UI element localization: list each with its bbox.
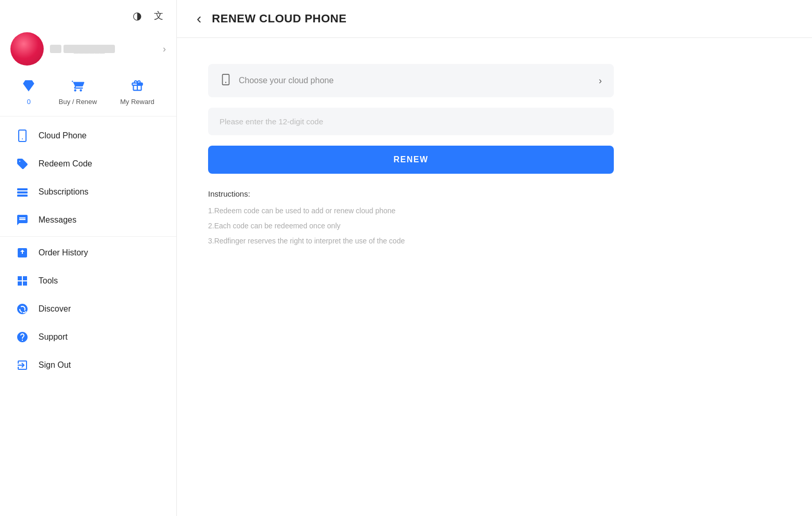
id-label: ID: [50,45,61,53]
sidebar-item-discover[interactable]: Discover [0,295,176,323]
diamond-value: 0 [27,98,31,106]
tools-label: Tools [38,276,58,286]
avatar [10,32,44,66]
phone-selector-chevron-icon: › [599,75,602,86]
profile-section: ID: ██████ › [0,28,176,74]
subscriptions-icon [16,185,29,199]
my-reward-icon [131,79,144,96]
main-content: ‹ RENEW CLOUD PHONE Choose your cloud ph… [177,0,812,516]
phone-selector-icon [220,74,231,87]
instructions-list: 1.Redeem code can be used to add or rene… [208,205,614,247]
profile-id: ID: ██████ [50,45,115,53]
svg-rect-2 [17,188,28,190]
phone-selector-label: Choose your cloud phone [239,76,333,85]
sidebar-item-order-history[interactable]: Order History [0,239,176,267]
svg-rect-3 [17,191,28,194]
tools-icon [16,274,29,288]
instruction-item-3: 3.Redfinger reserves the right to interp… [208,236,614,247]
svg-rect-5 [223,74,229,85]
my-reward-label: My Reward [120,98,154,106]
buy-renew-label: Buy / Renew [59,98,97,106]
sign-out-label: Sign Out [38,360,71,370]
order-history-icon [16,246,29,260]
instruction-item-2: 2.Each code can be redeemed once only [208,221,614,231]
stat-item-diamond[interactable]: 0 [22,79,35,106]
sidebar: ◑ 文 ID: ██████ › 0 Buy / Renew [0,0,177,516]
cloud-phone-label: Cloud Phone [38,131,87,140]
back-button[interactable]: ‹ [194,11,204,26]
code-input[interactable] [208,108,614,135]
renew-button[interactable]: RENEW [208,146,614,174]
page-title: RENEW CLOUD PHONE [212,12,346,25]
sign-out-icon [16,358,29,372]
stat-item-buy-renew[interactable]: Buy / Renew [59,79,97,106]
discover-label: Discover [38,304,71,314]
svg-rect-4 [17,195,28,197]
discover-icon [16,302,29,316]
instruction-item-1: 1.Redeem code can be used to add or rene… [208,205,614,216]
theme-toggle-icon[interactable]: ◑ [130,8,144,23]
redeem-code-label: Redeem Code [38,159,92,169]
sidebar-item-support[interactable]: Support [0,323,176,351]
messages-label: Messages [38,215,76,225]
stats-row: 0 Buy / Renew My Reward [0,74,176,117]
stat-item-my-reward[interactable]: My Reward [120,79,154,106]
page-header: ‹ RENEW CLOUD PHONE [177,0,812,38]
order-history-label: Order History [38,248,88,257]
sidebar-item-messages[interactable]: Messages [0,206,176,234]
support-label: Support [38,332,68,342]
instructions-section: Instructions: 1.Redeem code can be used … [208,189,614,247]
sidebar-item-cloud-phone[interactable]: Cloud Phone [0,122,176,150]
sidebar-item-subscriptions[interactable]: Subscriptions [0,178,176,206]
nav-list: Cloud Phone Redeem Code Subscriptions Me… [0,117,176,384]
support-icon [16,330,29,344]
id-value: ██████ [63,45,115,53]
phone-selector[interactable]: Choose your cloud phone › [208,64,614,97]
sidebar-item-redeem-code[interactable]: Redeem Code [0,150,176,178]
sidebar-item-tools[interactable]: Tools [0,267,176,295]
translate-icon[interactable]: 文 [151,8,166,23]
svg-rect-0 [19,130,26,141]
profile-chevron-icon[interactable]: › [163,44,166,55]
redeem-code-icon [16,157,29,171]
sidebar-item-sign-out[interactable]: Sign Out [0,351,176,379]
subscriptions-label: Subscriptions [38,187,88,197]
nav-divider [0,236,176,237]
messages-icon [16,213,29,227]
cloud-phone-icon [16,129,29,143]
instructions-title: Instructions: [208,189,614,198]
diamond-icon [22,79,35,96]
profile-info: ID: ██████ [50,45,115,53]
page-body: Choose your cloud phone › RENEW Instruct… [177,38,645,273]
sidebar-header: ◑ 文 [0,0,176,28]
buy-renew-icon [71,79,85,96]
phone-selector-left: Choose your cloud phone [220,74,333,87]
